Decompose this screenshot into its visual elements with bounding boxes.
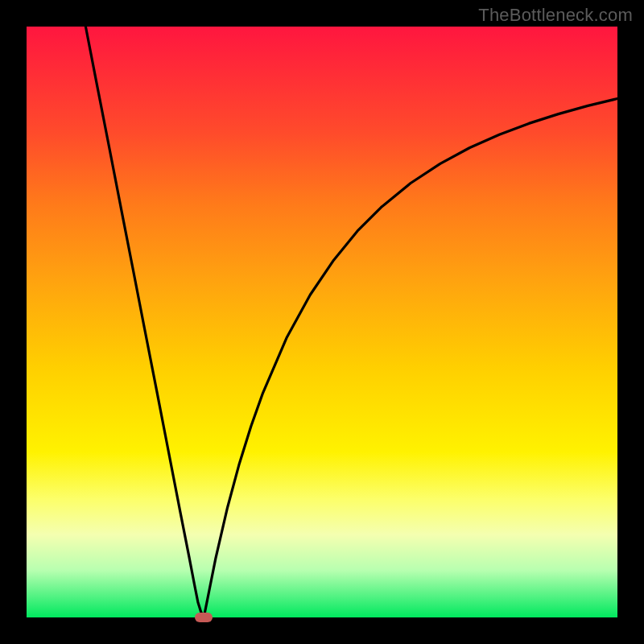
curve-path (85, 27, 617, 617)
plot-area (27, 27, 617, 617)
watermark-text: TheBottleneck.com (478, 5, 633, 26)
image-frame: TheBottleneck.com (0, 0, 644, 644)
optimum-point-marker (195, 613, 213, 622)
bottleneck-curve (27, 27, 617, 617)
